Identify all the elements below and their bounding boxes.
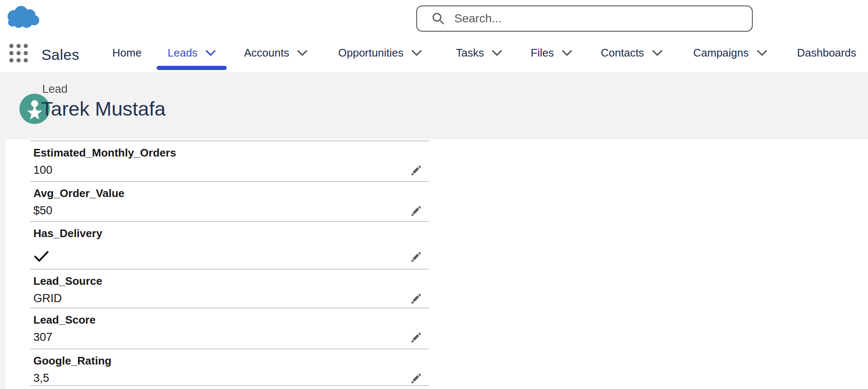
app-nav-bar: Sales Home Leads Accounts Opportunities … <box>0 34 868 73</box>
field-row: Google_Rating 3,5 <box>30 349 429 386</box>
field-label: Estimated_Monthly_Orders <box>33 146 429 159</box>
pencil-icon <box>410 372 423 384</box>
field-value: $50 <box>33 204 52 217</box>
edit-pencil-button[interactable] <box>410 292 423 305</box>
tab-contacts[interactable]: Contacts <box>601 34 662 72</box>
edit-pencil-button[interactable] <box>410 204 423 217</box>
tab-leads[interactable]: Leads <box>168 34 216 72</box>
field-row: Avg_Order_Value $50 <box>30 182 429 222</box>
field-row: Lead_Score 307 <box>30 308 429 349</box>
tab-accounts[interactable]: Accounts <box>244 34 307 72</box>
left-gutter <box>0 139 5 389</box>
pencil-icon <box>410 250 423 263</box>
edit-pencil-button[interactable] <box>410 330 423 344</box>
field-value: 3,5 <box>33 372 49 385</box>
page-title: Tarek Mustafa <box>41 97 165 120</box>
field-value: GRID <box>33 292 62 305</box>
chevron-down-icon[interactable] <box>206 50 216 56</box>
app-name: Sales <box>41 46 79 63</box>
edit-pencil-button[interactable] <box>410 250 423 263</box>
pencil-icon <box>410 204 423 217</box>
field-row: Lead_Source GRID <box>30 270 429 308</box>
field-value: 100 <box>33 164 52 177</box>
field-value: 307 <box>33 331 52 344</box>
field-row: Has_Delivery <box>30 222 429 270</box>
tab-tasks[interactable]: Tasks <box>456 34 502 72</box>
record-entity-label: Lead <box>42 83 68 96</box>
app-launcher-icon[interactable] <box>9 44 28 62</box>
tab-files[interactable]: Files <box>531 34 572 72</box>
pencil-icon <box>410 331 423 343</box>
tab-campaigns[interactable]: Campaigns <box>693 34 767 72</box>
record-header: Lead Tarek Mustafa <box>0 73 868 139</box>
search-input[interactable] <box>454 12 742 25</box>
edit-pencil-button[interactable] <box>410 163 423 177</box>
search-icon <box>431 12 445 25</box>
field-label: Lead_Source <box>33 275 429 287</box>
chevron-down-icon[interactable] <box>562 50 572 56</box>
tab-home[interactable]: Home <box>112 34 141 72</box>
active-tab-underline <box>157 66 227 70</box>
chevron-down-icon[interactable] <box>652 50 662 56</box>
field-label: Avg_Order_Value <box>33 187 429 200</box>
salesforce-cloud-logo <box>5 5 42 30</box>
chevron-down-icon[interactable] <box>297 50 307 56</box>
pencil-icon <box>410 164 423 176</box>
global-header <box>0 0 868 34</box>
field-list: Estimated_Monthly_Orders 100 Avg_Order_V… <box>30 140 429 386</box>
chevron-down-icon[interactable] <box>492 50 502 56</box>
field-label: Lead_Score <box>33 313 429 326</box>
chevron-down-icon[interactable] <box>757 50 767 56</box>
tab-opportunities[interactable]: Opportunities <box>338 34 422 72</box>
checkmark-icon <box>33 250 49 263</box>
edit-pencil-button[interactable] <box>410 371 423 385</box>
field-row: Estimated_Monthly_Orders 100 <box>30 141 429 182</box>
pencil-icon <box>410 292 423 305</box>
global-search <box>416 5 753 32</box>
field-label: Google_Rating <box>33 354 429 367</box>
tab-dashboards[interactable]: Dashboards <box>797 34 856 72</box>
field-label: Has_Delivery <box>33 227 429 240</box>
record-detail-panel: Estimated_Monthly_Orders 100 Avg_Order_V… <box>5 139 868 389</box>
chevron-down-icon[interactable] <box>412 50 422 56</box>
